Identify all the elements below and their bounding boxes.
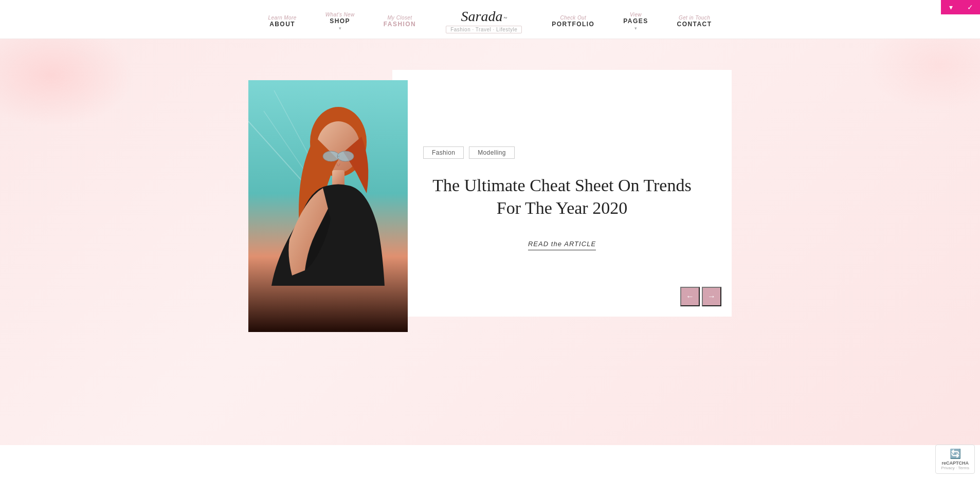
next-arrow-button[interactable]: → [702, 287, 721, 306]
pages-chevron-icon: ▾ [634, 26, 637, 31]
logo-title: Sarada~ [461, 9, 507, 24]
tag-fashion[interactable]: Fashion [423, 146, 464, 159]
person-svg [248, 80, 408, 332]
corner-down-button[interactable]: ▾ [941, 0, 960, 14]
portfolio-label: PORTFOLIO [552, 21, 594, 28]
navbar: Learn More ABOUT What's New SHOP ▾ My Cl… [0, 0, 980, 39]
shop-label: SHOP [330, 17, 350, 25]
nav-arrows: ← → [680, 287, 721, 306]
tags-row: Fashion Modelling [423, 146, 701, 159]
nav-shop[interactable]: What's New SHOP ▾ [311, 12, 369, 31]
svg-point-7 [337, 151, 354, 161]
tag-modelling[interactable]: Modelling [469, 146, 515, 159]
shop-sublabel: What's New [325, 12, 355, 17]
content-card: Fashion Modelling The Ultimate Cheat She… [392, 70, 732, 317]
nav-about[interactable]: Learn More ABOUT [254, 15, 311, 28]
blob-left-decoration [0, 24, 134, 126]
about-label: ABOUT [269, 21, 295, 28]
fashion-label: FASHION [384, 21, 416, 28]
article-title: The Ultimate Cheat Sheet On Trends For T… [423, 174, 701, 219]
recaptcha-badge: 🔄 reCAPTCHA Privacy · Terms [935, 445, 975, 445]
corner-check-button[interactable]: ✓ [960, 0, 980, 14]
down-icon: ▾ [949, 3, 953, 12]
nav-pages[interactable]: View PAGES ▾ [609, 12, 662, 31]
pages-sublabel: View [630, 12, 642, 17]
contact-label: CONTACT [677, 21, 712, 28]
hero-section: Fashion Modelling The Ultimate Cheat She… [0, 39, 980, 445]
logo-subtitle: Fashion · Travel · Lifestyle [446, 26, 522, 33]
corner-buttons: ▾ ✓ [941, 0, 980, 14]
svg-point-6 [323, 151, 339, 161]
prev-arrow-button[interactable]: ← [680, 287, 700, 306]
about-sublabel: Learn More [268, 15, 297, 21]
pages-label: PAGES [623, 17, 648, 25]
contact-sublabel: Get in Touch [679, 15, 710, 21]
nav-contact[interactable]: Get in Touch CONTACT [663, 15, 727, 28]
portfolio-sublabel: Check Out [560, 15, 586, 21]
check-icon: ✓ [967, 3, 973, 12]
article-photo [248, 80, 408, 332]
nav-portfolio[interactable]: Check Out PORTFOLIO [537, 15, 609, 28]
shop-chevron-icon: ▾ [339, 26, 341, 31]
card-area: Fashion Modelling The Ultimate Cheat She… [248, 70, 732, 332]
logo[interactable]: Sarada~ Fashion · Travel · Lifestyle [430, 9, 537, 33]
photo-image [248, 80, 408, 332]
nav-fashion[interactable]: My Closet FASHION [369, 15, 430, 28]
read-article-link[interactable]: READ the ARTICLE [528, 240, 596, 250]
logo-tilde: ~ [503, 14, 507, 22]
fashion-sublabel: My Closet [387, 15, 412, 21]
